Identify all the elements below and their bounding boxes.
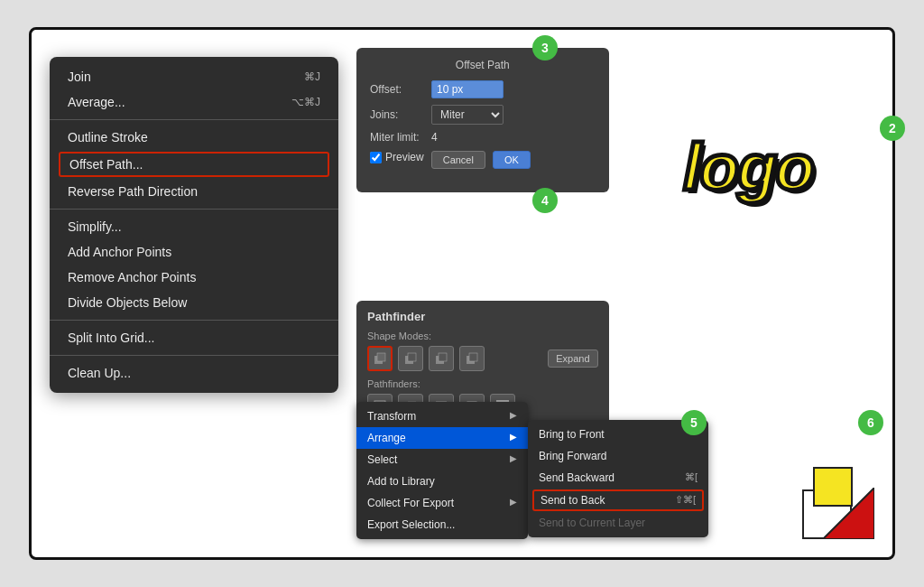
badge-4: 4 — [532, 188, 558, 213]
menu-item-cleanup[interactable]: Clean Up... — [50, 360, 338, 386]
menu-item-remove-anchor[interactable]: Remove Anchor Points — [50, 265, 338, 290]
menu-item-split-grid[interactable]: Split Into Grid... — [50, 325, 338, 350]
arrange-item-add-library[interactable]: Add to Library — [356, 471, 528, 492]
offset-input[interactable] — [431, 80, 504, 98]
sub-item-forward[interactable]: Bring Forward — [528, 445, 708, 467]
arrange-item-arrange[interactable]: Arrange ▶ — [356, 427, 528, 449]
divider-2 — [50, 209, 338, 210]
badge-2: 2 — [880, 116, 905, 141]
badge-6: 6 — [858, 410, 883, 435]
arrange-context-menu: Transform ▶ Arrange ▶ Select ▶ Add to Li… — [356, 402, 528, 539]
menu-item-divide[interactable]: Divide Objects Below — [50, 290, 338, 315]
arrange-item-select[interactable]: Select ▶ — [356, 449, 528, 471]
menu-item-reverse-path[interactable]: Reverse Path Direction — [50, 179, 338, 204]
context-menu: 2 Join ⌘J Average... ⌥⌘J Outline Stroke … — [50, 57, 338, 393]
layer-red-svg — [823, 488, 874, 539]
menu-item-add-anchor[interactable]: Add Anchor Points — [50, 239, 338, 265]
preview-checkbox[interactable] — [370, 152, 382, 163]
menu-item-join[interactable]: Join ⌘J — [50, 64, 338, 89]
menu-item-outline-stroke[interactable]: Outline Stroke — [50, 125, 338, 150]
badge-3: 3 — [532, 35, 558, 61]
offset-path-dialog: Offset Path Offset: Joins: Miter Miter l… — [356, 48, 609, 192]
menu-item-offset-path[interactable]: Offset Path... — [59, 152, 329, 177]
joins-label: Joins: — [370, 108, 424, 121]
arrange-item-transform[interactable]: Transform ▶ — [356, 405, 528, 427]
divider-1 — [50, 119, 338, 120]
cancel-button[interactable]: Cancel — [431, 151, 485, 169]
arrange-menu-area: Transform ▶ Arrange ▶ Select ▶ Add to Li… — [356, 301, 609, 540]
divider-3 — [50, 320, 338, 321]
dialog-title: Offset Path — [370, 59, 596, 71]
arrange-submenu: Bring to Front Bring Forward Send Backwa… — [528, 420, 708, 537]
preview-checkbox-row: Preview — [370, 151, 424, 163]
right-panels: 3 Offset Path Offset: Joins: Miter Miter… — [356, 48, 874, 539]
ok-button[interactable]: OK — [493, 151, 531, 169]
layers-icon — [802, 467, 874, 539]
divider-4 — [50, 355, 338, 356]
logo-area: logo — [623, 48, 875, 287]
sub-item-back[interactable]: Send to Back ⇧⌘[ — [532, 489, 704, 511]
joins-select[interactable]: Miter — [431, 105, 504, 125]
offset-label: Offset: — [370, 83, 424, 96]
badge-5: 5 — [681, 410, 707, 435]
sub-item-current-layer: Send to Current Layer — [528, 512, 708, 534]
menu-item-average[interactable]: Average... ⌥⌘J — [50, 89, 338, 115]
main-container: 2 Join ⌘J Average... ⌥⌘J Outline Stroke … — [29, 27, 895, 560]
sub-item-backward[interactable]: Send Backward ⌘[ — [528, 467, 708, 489]
miter-label: Miter limit: — [370, 131, 424, 144]
miter-value: 4 — [431, 131, 438, 144]
arrange-item-export[interactable]: Export Selection... — [356, 514, 528, 536]
preview-label: Preview — [385, 151, 424, 163]
svg-marker-15 — [823, 488, 874, 539]
logo-text: logo — [683, 130, 813, 204]
arrange-item-collect[interactable]: Collect For Export ▶ — [356, 492, 528, 514]
menu-item-simplify[interactable]: Simplify... — [50, 214, 338, 239]
